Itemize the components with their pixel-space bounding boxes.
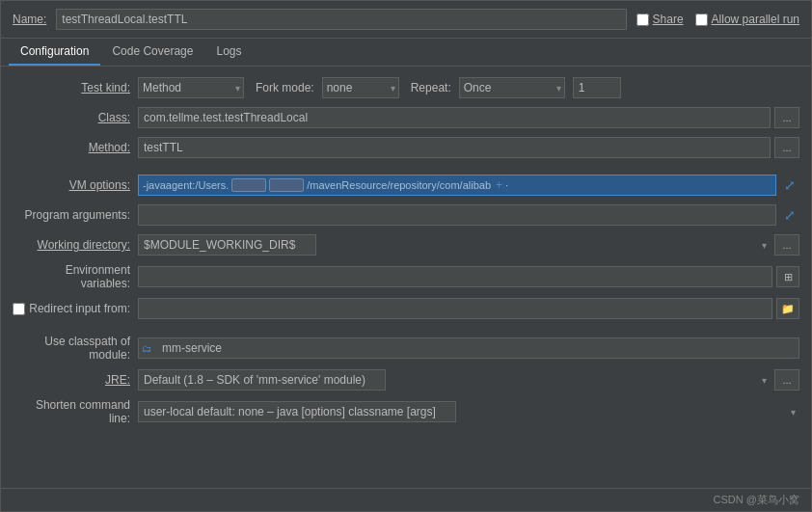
- classpath-control: mm-service 🗂: [138, 337, 799, 359]
- allow-parallel-checkbox[interactable]: [695, 13, 708, 26]
- class-control: ...: [138, 107, 799, 128]
- vm-pill-2: [269, 178, 304, 192]
- vm-input-inner: -javaagent:/Users. /mavenResource/reposi…: [139, 178, 775, 192]
- shorten-cmd-select-wrapper: user-local default: none – java [options…: [138, 401, 799, 422]
- env-vars-edit-button[interactable]: ⊞: [776, 266, 799, 287]
- working-dir-control: $MODULE_WORKING_DIR$ ...: [138, 234, 799, 256]
- vm-options-row: VM options: -javaagent:/Users. /mavenRes…: [13, 174, 799, 197]
- repeat-select[interactable]: Once: [459, 77, 565, 98]
- redirect-input-browse-button[interactable]: 📁: [776, 298, 799, 319]
- working-dir-select-wrapper: $MODULE_WORKING_DIR$: [138, 234, 771, 256]
- vm-options-control: -javaagent:/Users. /mavenResource/reposi…: [138, 175, 799, 196]
- title-bar: Name: Share Allow parallel run: [1, 1, 811, 39]
- class-input[interactable]: [138, 107, 771, 128]
- redirect-input-checkbox[interactable]: [13, 303, 25, 315]
- env-vars-label: Environment variables:: [13, 263, 138, 290]
- redirect-input-label-wrapper: Redirect input from:: [13, 302, 138, 315]
- jre-control: Default (1.8 – SDK of 'mm-service' modul…: [138, 369, 799, 391]
- tab-logs[interactable]: Logs: [204, 39, 253, 66]
- classpath-label: Use classpath of module:: [13, 335, 138, 362]
- module-select-wrapper: mm-service 🗂: [138, 337, 799, 359]
- configuration-content: Test kind: Method Fork mode: none Repeat…: [1, 67, 811, 488]
- repeat-label: Repeat:: [411, 81, 451, 94]
- redirect-input-label: Redirect input from:: [29, 302, 130, 315]
- repeat-select-wrapper: Once: [459, 77, 565, 98]
- method-row: Method: ...: [13, 136, 799, 159]
- shorten-cmd-label: Shorten command line:: [13, 398, 138, 425]
- fork-mode-select-wrapper: none: [322, 77, 399, 98]
- program-args-label: Program arguments:: [13, 208, 138, 222]
- vm-plus: +: [496, 178, 502, 192]
- test-kind-select-wrapper: Method: [138, 77, 244, 98]
- shorten-cmd-select[interactable]: user-local default: none – java [options…: [138, 401, 456, 422]
- test-kind-label: Test kind:: [13, 81, 138, 94]
- vm-text-end: /mavenResource/repository/com/alibab: [307, 179, 491, 191]
- vm-expand-button[interactable]: ⤢: [780, 177, 799, 193]
- share-checkbox[interactable]: [636, 13, 649, 26]
- working-dir-select[interactable]: $MODULE_WORKING_DIR$: [138, 234, 316, 256]
- run-configuration-dialog: Name: Share Allow parallel run Configura…: [0, 0, 812, 512]
- method-browse-button[interactable]: ...: [774, 137, 799, 158]
- repeat-num-input[interactable]: [573, 77, 621, 98]
- method-label: Method:: [13, 141, 138, 154]
- env-vars-control: ⊞: [138, 266, 799, 287]
- allow-parallel-checkbox-label[interactable]: Allow parallel run: [695, 13, 799, 26]
- allow-parallel-label: Allow parallel run: [712, 13, 799, 26]
- vm-options-label: VM options:: [13, 178, 138, 192]
- method-input[interactable]: [138, 137, 771, 158]
- vm-dot: ·: [505, 179, 508, 191]
- redirect-input-field[interactable]: [138, 298, 772, 319]
- jre-row: JRE: Default (1.8 – SDK of 'mm-service' …: [13, 368, 799, 391]
- vm-text-start: -javaagent:/Users.: [143, 179, 229, 191]
- jre-select-wrapper: Default (1.8 – SDK of 'mm-service' modul…: [138, 369, 771, 391]
- working-dir-wrapper: $MODULE_WORKING_DIR$: [138, 234, 771, 256]
- right-options: Share Allow parallel run: [636, 13, 799, 26]
- share-label: Share: [653, 13, 684, 26]
- redirect-input-row: Redirect input from: 📁: [13, 297, 799, 320]
- footer-bar: CSDN @菜鸟小窝: [1, 488, 811, 511]
- name-input[interactable]: [56, 9, 626, 30]
- class-row: Class: ...: [13, 106, 799, 129]
- working-dir-row: Working directory: $MODULE_WORKING_DIR$ …: [13, 233, 799, 256]
- tabs-bar: Configuration Code Coverage Logs: [1, 39, 811, 67]
- fork-mode-label: Fork mode:: [256, 81, 314, 94]
- jre-browse-button[interactable]: ...: [774, 369, 799, 391]
- redirect-input-control: 📁: [138, 298, 799, 319]
- tab-configuration[interactable]: Configuration: [9, 39, 100, 66]
- module-select[interactable]: mm-service: [138, 337, 799, 359]
- program-args-row: Program arguments: ⤢: [13, 203, 799, 227]
- method-control: ...: [138, 137, 799, 158]
- working-dir-label: Working directory:: [13, 238, 138, 252]
- class-label: Class:: [13, 111, 138, 124]
- shorten-cmd-control: user-local default: none – java [options…: [138, 401, 799, 422]
- test-kind-select[interactable]: Method: [138, 77, 244, 98]
- env-vars-input[interactable]: [138, 266, 772, 287]
- vm-options-input-wrapper[interactable]: -javaagent:/Users. /mavenResource/reposi…: [138, 175, 776, 196]
- share-checkbox-label[interactable]: Share: [636, 13, 684, 26]
- working-dir-browse-button[interactable]: ...: [774, 234, 799, 256]
- name-label: Name:: [13, 13, 46, 26]
- footer-brand: CSDN @菜鸟小窝: [714, 493, 799, 507]
- class-browse-button[interactable]: ...: [774, 107, 799, 128]
- tab-code-coverage[interactable]: Code Coverage: [100, 39, 204, 66]
- jre-select[interactable]: Default (1.8 – SDK of 'mm-service' modul…: [138, 369, 386, 391]
- program-args-expand-button[interactable]: ⤢: [780, 207, 799, 223]
- env-vars-row: Environment variables: ⊞: [13, 263, 799, 290]
- test-kind-control: Method Fork mode: none Repeat: Once: [138, 77, 799, 98]
- program-args-control: ⤢: [138, 204, 799, 226]
- shorten-cmd-row: Shorten command line: user-local default…: [13, 398, 799, 425]
- test-kind-row: Test kind: Method Fork mode: none Repeat…: [13, 76, 799, 99]
- jre-label: JRE:: [13, 373, 138, 387]
- fork-mode-select[interactable]: none: [322, 77, 399, 98]
- program-args-input[interactable]: [138, 204, 776, 226]
- classpath-row: Use classpath of module: mm-service 🗂: [13, 335, 799, 362]
- vm-pill-1: [231, 178, 266, 192]
